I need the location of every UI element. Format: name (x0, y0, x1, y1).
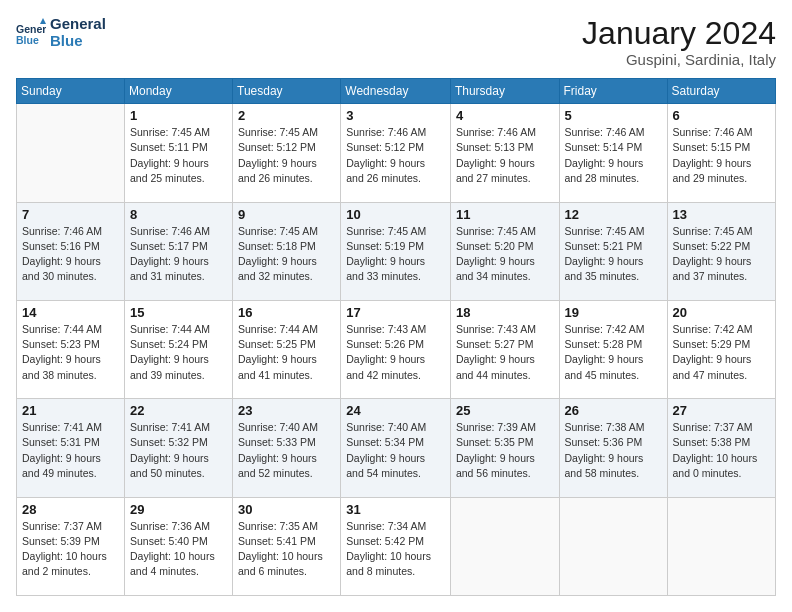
logo-blue: Blue (50, 33, 106, 50)
calendar-cell: 23Sunrise: 7:40 AMSunset: 5:33 PMDayligh… (233, 399, 341, 497)
day-number: 17 (346, 305, 445, 320)
calendar-cell: 25Sunrise: 7:39 AMSunset: 5:35 PMDayligh… (450, 399, 559, 497)
day-info: Sunrise: 7:45 AMSunset: 5:11 PMDaylight:… (130, 125, 227, 186)
calendar-cell (559, 497, 667, 595)
calendar-cell: 21Sunrise: 7:41 AMSunset: 5:31 PMDayligh… (17, 399, 125, 497)
calendar-cell: 19Sunrise: 7:42 AMSunset: 5:28 PMDayligh… (559, 300, 667, 398)
calendar-cell: 1Sunrise: 7:45 AMSunset: 5:11 PMDaylight… (125, 104, 233, 202)
day-info: Sunrise: 7:44 AMSunset: 5:24 PMDaylight:… (130, 322, 227, 383)
weekday-header-friday: Friday (559, 79, 667, 104)
calendar-cell: 31Sunrise: 7:34 AMSunset: 5:42 PMDayligh… (341, 497, 451, 595)
calendar-cell (17, 104, 125, 202)
calendar-cell: 3Sunrise: 7:46 AMSunset: 5:12 PMDaylight… (341, 104, 451, 202)
day-info: Sunrise: 7:42 AMSunset: 5:29 PMDaylight:… (673, 322, 770, 383)
day-number: 7 (22, 207, 119, 222)
logo-icon: General Blue (16, 18, 46, 48)
calendar-cell: 16Sunrise: 7:44 AMSunset: 5:25 PMDayligh… (233, 300, 341, 398)
day-info: Sunrise: 7:46 AMSunset: 5:12 PMDaylight:… (346, 125, 445, 186)
day-info: Sunrise: 7:46 AMSunset: 5:16 PMDaylight:… (22, 224, 119, 285)
svg-marker-2 (40, 18, 46, 24)
day-info: Sunrise: 7:36 AMSunset: 5:40 PMDaylight:… (130, 519, 227, 580)
title-block: January 2024 Guspini, Sardinia, Italy (582, 16, 776, 68)
calendar-cell: 22Sunrise: 7:41 AMSunset: 5:32 PMDayligh… (125, 399, 233, 497)
day-number: 10 (346, 207, 445, 222)
day-number: 9 (238, 207, 335, 222)
day-info: Sunrise: 7:46 AMSunset: 5:17 PMDaylight:… (130, 224, 227, 285)
day-number: 22 (130, 403, 227, 418)
calendar-cell: 15Sunrise: 7:44 AMSunset: 5:24 PMDayligh… (125, 300, 233, 398)
day-number: 3 (346, 108, 445, 123)
weekday-header-wednesday: Wednesday (341, 79, 451, 104)
day-info: Sunrise: 7:44 AMSunset: 5:23 PMDaylight:… (22, 322, 119, 383)
calendar-cell (450, 497, 559, 595)
calendar-cell: 11Sunrise: 7:45 AMSunset: 5:20 PMDayligh… (450, 202, 559, 300)
calendar-cell: 14Sunrise: 7:44 AMSunset: 5:23 PMDayligh… (17, 300, 125, 398)
weekday-header-thursday: Thursday (450, 79, 559, 104)
day-info: Sunrise: 7:45 AMSunset: 5:20 PMDaylight:… (456, 224, 554, 285)
calendar-week-row: 7Sunrise: 7:46 AMSunset: 5:16 PMDaylight… (17, 202, 776, 300)
day-info: Sunrise: 7:43 AMSunset: 5:27 PMDaylight:… (456, 322, 554, 383)
logo-general: General (50, 16, 106, 33)
day-number: 27 (673, 403, 770, 418)
weekday-header-row: SundayMondayTuesdayWednesdayThursdayFrid… (17, 79, 776, 104)
calendar-cell: 7Sunrise: 7:46 AMSunset: 5:16 PMDaylight… (17, 202, 125, 300)
day-info: Sunrise: 7:45 AMSunset: 5:21 PMDaylight:… (565, 224, 662, 285)
calendar-cell: 17Sunrise: 7:43 AMSunset: 5:26 PMDayligh… (341, 300, 451, 398)
day-number: 25 (456, 403, 554, 418)
day-number: 13 (673, 207, 770, 222)
day-info: Sunrise: 7:46 AMSunset: 5:14 PMDaylight:… (565, 125, 662, 186)
day-info: Sunrise: 7:46 AMSunset: 5:15 PMDaylight:… (673, 125, 770, 186)
day-number: 20 (673, 305, 770, 320)
day-number: 1 (130, 108, 227, 123)
calendar-cell: 27Sunrise: 7:37 AMSunset: 5:38 PMDayligh… (667, 399, 775, 497)
day-info: Sunrise: 7:43 AMSunset: 5:26 PMDaylight:… (346, 322, 445, 383)
weekday-header-tuesday: Tuesday (233, 79, 341, 104)
day-number: 16 (238, 305, 335, 320)
calendar-cell: 13Sunrise: 7:45 AMSunset: 5:22 PMDayligh… (667, 202, 775, 300)
day-number: 24 (346, 403, 445, 418)
day-number: 28 (22, 502, 119, 517)
calendar-cell: 12Sunrise: 7:45 AMSunset: 5:21 PMDayligh… (559, 202, 667, 300)
day-info: Sunrise: 7:45 AMSunset: 5:22 PMDaylight:… (673, 224, 770, 285)
day-number: 21 (22, 403, 119, 418)
day-number: 26 (565, 403, 662, 418)
day-info: Sunrise: 7:39 AMSunset: 5:35 PMDaylight:… (456, 420, 554, 481)
calendar-cell: 9Sunrise: 7:45 AMSunset: 5:18 PMDaylight… (233, 202, 341, 300)
weekday-header-saturday: Saturday (667, 79, 775, 104)
day-info: Sunrise: 7:37 AMSunset: 5:39 PMDaylight:… (22, 519, 119, 580)
day-number: 12 (565, 207, 662, 222)
day-number: 19 (565, 305, 662, 320)
day-number: 2 (238, 108, 335, 123)
calendar-cell: 8Sunrise: 7:46 AMSunset: 5:17 PMDaylight… (125, 202, 233, 300)
day-number: 30 (238, 502, 335, 517)
day-number: 15 (130, 305, 227, 320)
day-info: Sunrise: 7:34 AMSunset: 5:42 PMDaylight:… (346, 519, 445, 580)
calendar-cell: 6Sunrise: 7:46 AMSunset: 5:15 PMDaylight… (667, 104, 775, 202)
day-info: Sunrise: 7:42 AMSunset: 5:28 PMDaylight:… (565, 322, 662, 383)
day-number: 8 (130, 207, 227, 222)
calendar-week-row: 1Sunrise: 7:45 AMSunset: 5:11 PMDaylight… (17, 104, 776, 202)
day-info: Sunrise: 7:37 AMSunset: 5:38 PMDaylight:… (673, 420, 770, 481)
calendar-cell: 29Sunrise: 7:36 AMSunset: 5:40 PMDayligh… (125, 497, 233, 595)
day-info: Sunrise: 7:46 AMSunset: 5:13 PMDaylight:… (456, 125, 554, 186)
calendar-cell: 10Sunrise: 7:45 AMSunset: 5:19 PMDayligh… (341, 202, 451, 300)
day-number: 29 (130, 502, 227, 517)
day-number: 31 (346, 502, 445, 517)
month-title: January 2024 (582, 16, 776, 51)
day-info: Sunrise: 7:40 AMSunset: 5:34 PMDaylight:… (346, 420, 445, 481)
day-info: Sunrise: 7:41 AMSunset: 5:31 PMDaylight:… (22, 420, 119, 481)
svg-text:Blue: Blue (16, 33, 39, 45)
weekday-header-sunday: Sunday (17, 79, 125, 104)
calendar-cell: 4Sunrise: 7:46 AMSunset: 5:13 PMDaylight… (450, 104, 559, 202)
weekday-header-monday: Monday (125, 79, 233, 104)
day-number: 11 (456, 207, 554, 222)
calendar-cell (667, 497, 775, 595)
day-number: 5 (565, 108, 662, 123)
day-info: Sunrise: 7:41 AMSunset: 5:32 PMDaylight:… (130, 420, 227, 481)
page: General Blue General Blue January 2024 G… (0, 0, 792, 612)
day-number: 6 (673, 108, 770, 123)
day-info: Sunrise: 7:40 AMSunset: 5:33 PMDaylight:… (238, 420, 335, 481)
day-number: 18 (456, 305, 554, 320)
day-number: 23 (238, 403, 335, 418)
calendar-cell: 24Sunrise: 7:40 AMSunset: 5:34 PMDayligh… (341, 399, 451, 497)
